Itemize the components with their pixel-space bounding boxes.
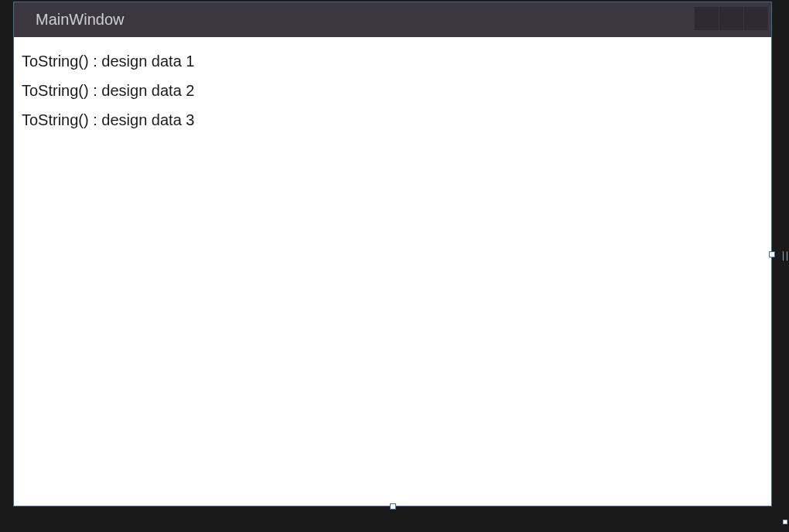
list-item-label: ToString() : design data 3 [22, 111, 194, 128]
list-item-label: ToString() : design data 1 [22, 53, 194, 70]
designer-frame[interactable]: MainWindow ToString() : design data 1 To… [13, 2, 772, 506]
list-item-label: ToString() : design data 2 [22, 82, 194, 99]
titlebar[interactable]: MainWindow [14, 2, 771, 37]
client-area[interactable]: ToString() : design data 1 ToString() : … [14, 37, 771, 506]
maximize-button[interactable] [719, 7, 743, 30]
corner-handle-icon[interactable] [783, 520, 787, 524]
resize-handle-right-icon[interactable] [769, 251, 775, 257]
list-item[interactable]: ToString() : design data 2 [22, 76, 763, 105]
list-item[interactable]: ToString() : design data 3 [22, 105, 763, 135]
list-item[interactable]: ToString() : design data 1 [22, 46, 763, 76]
minimize-button[interactable] [695, 7, 719, 30]
resize-handle-bottom-icon[interactable] [390, 503, 396, 510]
close-button[interactable] [744, 7, 768, 30]
snap-guide-icon [783, 251, 787, 261]
window-title: MainWindow [36, 11, 124, 29]
window-button-group [695, 2, 771, 37]
